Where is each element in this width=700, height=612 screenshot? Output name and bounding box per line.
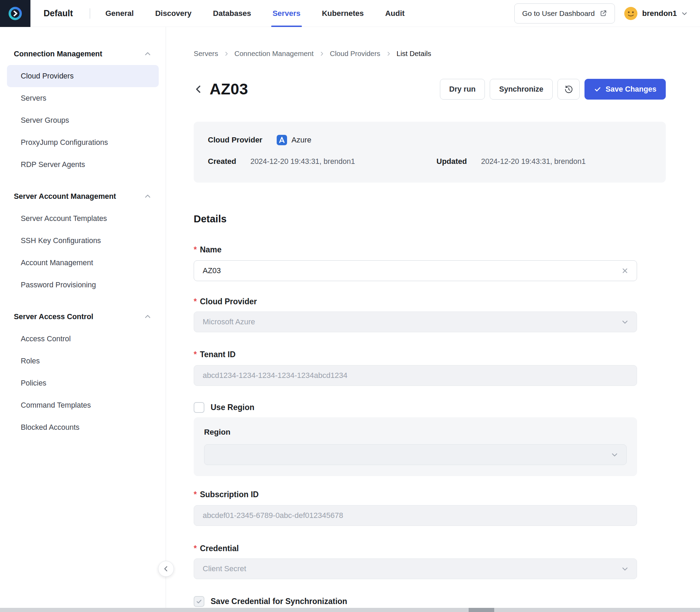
check-icon	[196, 598, 202, 605]
main-content: Servers Connection Management Cloud Prov…	[166, 27, 700, 612]
subscription-id-input	[194, 505, 637, 526]
save-changes-button[interactable]: Save Changes	[584, 79, 666, 100]
sidebar-item-cloud-providers[interactable]: Cloud Providers	[7, 65, 159, 87]
field-credential: * Credential Client Secret	[194, 544, 637, 579]
sidebar-section-title-server-access-control[interactable]: Server Access Control	[7, 306, 159, 328]
dry-run-button[interactable]: Dry run	[440, 79, 485, 100]
sidebar-section-title-connection-management[interactable]: Connection Management	[7, 43, 159, 65]
required-marker: *	[194, 245, 197, 254]
sidebar-section-server-account-management: Server Account Management Server Account…	[7, 185, 159, 296]
top-navbar: Default General Discovery Databases Serv…	[0, 0, 700, 27]
breadcrumb-list-details: List Details	[397, 49, 431, 58]
credential-label: Credential	[200, 544, 239, 553]
history-button[interactable]	[558, 79, 580, 100]
section-title-label: Connection Management	[14, 50, 102, 58]
page-title: AZ03	[210, 80, 248, 98]
summary-provider-row: Cloud Provider Azure	[208, 135, 652, 145]
nav-item-databases[interactable]: Databases	[213, 0, 251, 27]
name-input[interactable]	[194, 260, 637, 281]
nav-item-general[interactable]: General	[105, 0, 134, 27]
field-tenant-id: * Tenant ID	[194, 350, 637, 386]
breadcrumb-servers[interactable]: Servers	[194, 49, 218, 58]
sidebar-item-server-account-templates[interactable]: Server Account Templates	[7, 207, 159, 230]
tenant-id-input	[194, 365, 637, 386]
sidebar-item-account-management[interactable]: Account Management	[7, 252, 159, 274]
clear-icon[interactable]	[621, 267, 629, 275]
field-subscription-id: * Subscription ID	[194, 490, 637, 526]
nav-item-servers[interactable]: Servers	[273, 0, 301, 27]
created-value: 2024-12-20 19:43:31, brendon1	[250, 157, 355, 166]
primary-nav: General Discovery Databases Servers Kube…	[105, 0, 405, 27]
chevron-down-icon	[621, 318, 628, 325]
bottom-bar-partial-element	[469, 608, 494, 612]
nav-item-kubernetes[interactable]: Kubernetes	[322, 0, 364, 27]
sidebar-item-rdp-server-agents[interactable]: RDP Server Agents	[7, 154, 159, 176]
chevron-up-icon	[144, 193, 151, 200]
chevron-up-icon	[144, 313, 151, 320]
credential-value: Client Secret	[203, 564, 246, 573]
nav-item-discovery[interactable]: Discovery	[155, 0, 192, 27]
external-link-icon	[600, 10, 607, 17]
back-button[interactable]	[191, 82, 206, 97]
sidebar-item-servers[interactable]: Servers	[7, 87, 159, 109]
avatar	[624, 7, 638, 20]
tenant-id-label: Tenant ID	[200, 350, 236, 359]
provider-label: Cloud Provider	[208, 136, 262, 145]
go-to-user-dashboard-label: Go to User Dashboard	[522, 9, 595, 18]
subscription-id-label: Subscription ID	[200, 490, 259, 499]
sidebar-item-blocked-accounts[interactable]: Blocked Accounts	[7, 416, 159, 438]
sidebar-item-server-groups[interactable]: Server Groups	[7, 109, 159, 131]
chevron-left-icon	[163, 565, 169, 572]
checkbox-checked	[194, 596, 204, 607]
sidebar-item-command-templates[interactable]: Command Templates	[7, 394, 159, 416]
chevron-down-icon	[681, 10, 688, 17]
go-to-user-dashboard-button[interactable]: Go to User Dashboard	[514, 3, 615, 24]
chevron-right-icon	[386, 51, 391, 56]
sidebar-item-ssh-key-configurations[interactable]: SSH Key Configurations	[7, 230, 159, 252]
field-name: * Name	[194, 245, 637, 281]
navbar-right: Go to User Dashboard brendon1	[514, 3, 700, 24]
chevron-right-icon	[224, 51, 229, 56]
required-marker: *	[194, 297, 197, 306]
save-changes-label: Save Changes	[606, 85, 656, 94]
sidebar-item-password-provisioning[interactable]: Password Provisioning	[7, 274, 159, 296]
synchronize-button[interactable]: Synchronize	[490, 79, 553, 100]
sidebar-section-title-server-account-management[interactable]: Server Account Management	[7, 185, 159, 207]
breadcrumb-connection-management[interactable]: Connection Management	[234, 49, 314, 58]
chevron-up-icon	[144, 50, 151, 57]
updated-label: Updated	[436, 157, 467, 166]
app-root: Default General Discovery Databases Serv…	[0, 0, 700, 612]
created-label: Created	[208, 157, 236, 166]
provider-value: Azure	[277, 135, 311, 145]
page-header: AZ03 Dry run Synchronize Save Changes	[194, 79, 666, 100]
sidebar-item-roles[interactable]: Roles	[7, 350, 159, 372]
user-name: brendon1	[642, 9, 677, 18]
region-panel: Region	[194, 417, 637, 476]
sidebar-item-access-control[interactable]: Access Control	[7, 328, 159, 350]
use-region-checkbox[interactable]: Use Region	[194, 402, 255, 413]
chevron-down-icon	[621, 565, 628, 572]
breadcrumb-cloud-providers[interactable]: Cloud Providers	[330, 49, 380, 58]
breadcrumb: Servers Connection Management Cloud Prov…	[194, 49, 666, 58]
azure-icon	[277, 135, 287, 145]
app-logo[interactable]	[0, 0, 30, 27]
summary-dates-row: Created 2024-12-20 19:43:31, brendon1 Up…	[208, 157, 652, 166]
nav-item-audit[interactable]: Audit	[385, 0, 405, 27]
sidebar: Connection Management Cloud Providers Se…	[0, 27, 166, 612]
workspace-name[interactable]: Default	[44, 8, 73, 18]
sidebar-section-connection-management: Connection Management Cloud Providers Se…	[7, 43, 159, 176]
required-marker: *	[194, 350, 197, 359]
app-logo-icon	[7, 6, 23, 21]
chevron-down-icon	[611, 451, 618, 458]
sidebar-item-proxyjump-configurations[interactable]: ProxyJump Configurations	[7, 131, 159, 154]
sidebar-item-policies[interactable]: Policies	[7, 372, 159, 394]
user-menu[interactable]: brendon1	[624, 7, 688, 20]
sidebar-collapse-button[interactable]	[158, 561, 174, 577]
region-label: Region	[204, 428, 627, 437]
summary-card: Cloud Provider Azure	[194, 122, 666, 183]
check-icon	[594, 85, 601, 93]
bottom-cutoff-bar	[0, 608, 700, 612]
checkbox-unchecked	[194, 402, 204, 413]
chevron-left-icon	[194, 84, 203, 94]
section-title-label: Server Access Control	[14, 313, 93, 321]
